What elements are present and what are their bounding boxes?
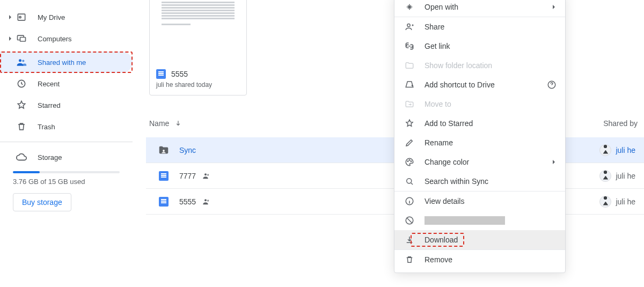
sidebar-item-label: Recent [38,80,60,88]
people-icon [202,197,211,206]
svg-point-10 [204,199,207,201]
help-icon[interactable] [547,80,557,90]
sidebar-item-my-drive[interactable]: My Drive [0,6,133,28]
svg-point-11 [207,200,209,201]
sidebar: My Drive Computers Shared with me Recent [0,0,137,287]
open-with-icon [403,1,416,13]
pencil-icon [403,136,416,149]
drive-icon [15,11,28,24]
sidebar-item-storage[interactable]: Storage [0,146,133,168]
people-icon [202,172,211,180]
buy-storage-button[interactable]: Buy storage [13,193,71,211]
cloud-icon [15,151,28,164]
avatar [599,196,611,208]
chevron-right-icon [551,159,557,165]
column-header-shared-by[interactable]: Shared by [603,119,638,128]
trash-icon [15,120,28,133]
avatar [599,144,611,156]
info-icon [403,195,416,208]
card-subtitle: juli he shared today [156,81,240,89]
avatar [599,170,611,182]
column-header-name[interactable]: Name [149,119,182,128]
download-icon [403,233,416,246]
sidebar-item-label: Computers [38,35,72,43]
svg-point-16 [411,161,412,162]
caret-right-icon [5,14,15,20]
redacted-label [425,216,505,225]
storage-meter [13,171,120,173]
svg-point-5 [22,60,24,62]
ctx-search-within[interactable]: Search within Sync [394,172,565,191]
ctx-share[interactable]: Share [394,17,565,36]
ctx-show-folder-location: Show folder location [394,56,565,75]
sidebar-item-label: Shared with me [38,58,86,67]
sidebar-item-recent[interactable]: Recent [0,73,133,94]
svg-point-4 [19,59,21,62]
clock-icon [15,77,28,90]
person-add-icon [403,20,416,33]
shared-by-name: juli he [616,172,635,180]
block-icon [403,214,416,227]
svg-point-7 [163,150,165,152]
move-to-icon [403,98,416,111]
people-icon [15,56,28,69]
ctx-add-to-starred[interactable]: Add to Starred [394,114,565,133]
card-thumbnail [150,0,246,64]
sidebar-item-label: Trash [38,123,55,131]
sidebar-item-starred[interactable]: Starred [0,94,133,116]
ctx-change-color[interactable]: Change color [394,152,565,172]
shared-folder-icon [158,144,170,156]
svg-point-8 [204,173,207,175]
sidebar-item-label: My Drive [38,13,65,21]
star-icon [15,99,28,112]
sidebar-item-trash[interactable]: Trash [0,116,133,137]
folder-icon [403,59,416,72]
ctx-download[interactable]: Download [394,230,565,249]
ctx-redacted-item[interactable] [394,211,565,230]
ctx-view-details[interactable]: View details [394,192,565,211]
ctx-open-with[interactable]: Open with [394,0,565,17]
main-content: 5555 juli he shared today Name Shared by… [137,0,644,287]
sidebar-item-computers[interactable]: Computers [0,28,133,49]
shared-by-name: juli he [616,146,635,154]
star-icon [403,117,416,130]
ctx-add-shortcut-to-drive[interactable]: Add shortcut to Drive [394,75,565,94]
storage-usage-text: 3.76 GB of 15 GB used [13,178,120,186]
svg-rect-3 [20,38,26,42]
context-menu: Open with Share Get link [394,0,566,273]
card-title: 5555 [171,70,188,78]
palette-icon [403,156,416,168]
drive-shortcut-icon [403,78,416,91]
svg-point-12 [407,24,410,26]
file-name: 5555 [179,197,196,206]
ctx-remove[interactable]: Remove [394,250,565,269]
svg-point-15 [409,160,410,161]
shared-by-name: juli he [616,197,635,206]
search-icon [403,175,416,188]
svg-point-9 [207,174,209,175]
svg-point-1 [19,16,21,18]
docs-icon [156,69,166,79]
link-icon [403,40,416,53]
ctx-get-link[interactable]: Get link [394,36,565,56]
docs-icon [158,170,170,182]
file-name: Sync [179,146,196,154]
docs-icon [158,196,170,208]
caret-right-icon [5,36,15,41]
chevron-right-icon [551,4,557,10]
svg-point-17 [407,179,412,183]
trash-icon [403,253,416,266]
ctx-move-to: Move to [394,94,565,114]
suggestion-card[interactable]: 5555 juli he shared today [149,0,247,95]
sidebar-item-shared-with-me[interactable]: Shared with me [0,51,133,73]
computers-icon [15,32,28,45]
ctx-rename[interactable]: Rename [394,133,565,152]
sidebar-item-label: Starred [38,101,61,109]
file-name: 7777 [179,172,196,180]
sort-arrow-down-icon [174,120,182,127]
sidebar-item-label: Storage [38,153,62,161]
svg-point-14 [407,161,408,162]
